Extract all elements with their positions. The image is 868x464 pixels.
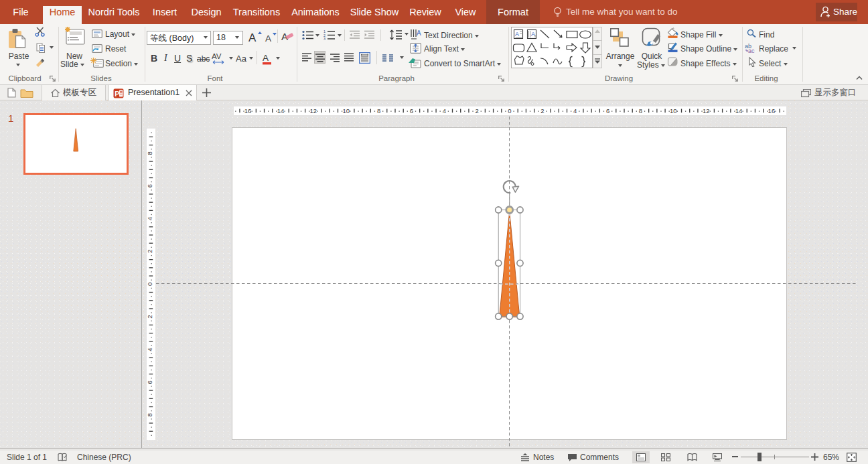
svg-text:4: 4 (443, 107, 446, 114)
svg-text:AV: AV (212, 52, 222, 60)
svg-text:2: 2 (147, 250, 153, 253)
svg-text:8: 8 (147, 151, 153, 155)
svg-text:2: 2 (540, 107, 544, 114)
svg-text:8: 8 (377, 107, 380, 114)
svg-text:14: 14 (735, 107, 743, 114)
svg-text:4: 4 (147, 347, 153, 351)
svg-text:A: A (265, 33, 271, 44)
svg-text:10: 10 (342, 107, 350, 114)
svg-text:10: 10 (670, 107, 677, 114)
svg-text:8: 8 (147, 413, 153, 416)
svg-text:0: 0 (508, 107, 511, 114)
svg-text:14: 14 (277, 107, 285, 114)
svg-text:4: 4 (573, 107, 577, 114)
svg-text:16: 16 (768, 107, 776, 114)
svg-text:ac: ac (748, 48, 755, 53)
svg-text:6: 6 (147, 184, 153, 187)
svg-text:0: 0 (147, 283, 153, 286)
svg-text:3: 3 (323, 37, 326, 40)
svg-text:2: 2 (147, 315, 153, 319)
svg-text:A: A (248, 31, 257, 44)
svg-text:A: A (417, 29, 421, 37)
svg-text:6: 6 (147, 380, 153, 384)
svg-text:P: P (115, 90, 119, 98)
svg-text:6: 6 (410, 107, 413, 114)
svg-text:A: A (515, 31, 519, 37)
svg-text:12: 12 (310, 107, 317, 114)
svg-text:8: 8 (639, 107, 642, 114)
svg-text:12: 12 (703, 107, 710, 114)
svg-text:A: A (263, 53, 269, 63)
svg-text:4: 4 (147, 217, 153, 220)
svg-text:6: 6 (606, 107, 609, 114)
svg-text:16: 16 (244, 107, 252, 114)
svg-text:A: A (531, 31, 535, 37)
svg-text:2: 2 (475, 107, 478, 114)
